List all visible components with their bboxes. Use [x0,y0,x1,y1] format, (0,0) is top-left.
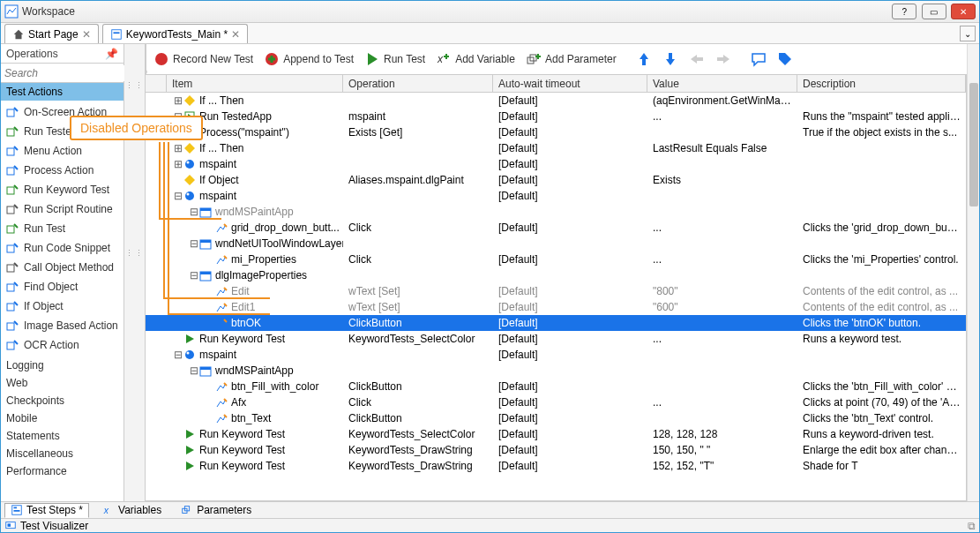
grid-row[interactable]: mi_PropertiesClick[Default]...Clicks the… [146,251,966,267]
comment-button[interactable] [747,47,770,71]
grid-row[interactable]: EditwText [Set][Default]"800"Contents of… [146,283,966,299]
grid-row[interactable]: ⊟mspaint[Default] [146,347,966,363]
category-performance[interactable]: Performance [1,462,123,480]
grid-row[interactable]: btnOKClickButton[Default]Clicks the 'btn… [146,315,966,331]
tab-parameters[interactable]: Parameters [175,503,258,518]
indent-button[interactable] [712,47,735,71]
grid-row[interactable]: btn_Fill_with_colorClickButton[Default]C… [146,379,966,394]
item-cell: Run Keyword Test [167,333,343,345]
panel-grip[interactable]: ⋮⋮⋮⋮ [124,44,146,501]
item-cell: mi_Properties [167,253,343,266]
grid-row[interactable]: btn_TextClickButton[Default]Clicks the '… [146,410,966,426]
move-up-button[interactable] [632,47,655,71]
svg-rect-1 [111,29,121,39]
tree-toggle[interactable]: ⊟ [190,206,198,218]
grid-row[interactable]: ⊞Process("mspaint")Exists [Get][Default]… [146,124,966,140]
close-icon[interactable]: ✕ [82,28,91,41]
operation-item[interactable]: OCR Action [1,335,123,355]
op-label: Run Script Routine [24,203,113,215]
op-label: Run Test [24,222,65,235]
operation-item[interactable]: Run Code Snippet [1,238,123,258]
outdent-button[interactable] [685,47,708,71]
operation-item[interactable]: Image Based Action [1,316,123,335]
tree-toggle[interactable]: ⊟ [174,349,182,361]
category-mobile[interactable]: Mobile [1,409,123,427]
category-test-actions[interactable]: Test Actions [1,83,123,101]
grid-row[interactable]: grid_drop_down_butt...Click[Default]...C… [146,220,966,236]
scrollbar-thumb[interactable] [969,83,978,206]
col-description[interactable]: Description [797,75,966,92]
add-variable-button[interactable]: x Add Variable [432,47,519,71]
vertical-scrollbar[interactable] [967,44,979,501]
operation-item[interactable]: Call Object Method [1,258,123,277]
tab-keywordtests-main[interactable]: KeywordTests_Main * ✕ [102,24,248,43]
tree-toggle[interactable]: ⊞ [174,142,182,154]
operation-item[interactable]: Run Script Routine [1,199,123,219]
operation-item[interactable]: If Object [1,297,123,316]
op-icon [6,300,19,312]
footer-label[interactable]: Test Visualizer [20,520,88,532]
category-logging[interactable]: Logging [1,357,123,374]
record-new-test-button[interactable]: Record New Test [150,47,257,71]
grid-row[interactable]: Edit1wText [Set][Default]"600"Contents o… [146,299,966,315]
row-icon [183,428,196,440]
grid-row[interactable]: Run Keyword TestKeywordTests_SelectColor… [146,426,966,442]
grid-row[interactable]: ⊟wndMSPaintApp [146,204,966,220]
col-autowait[interactable]: Auto-wait timeout [493,75,647,92]
svg-rect-30 [200,240,211,243]
operation-item[interactable]: Find Object [1,277,123,297]
grid-row[interactable]: ⊟wndNetUIToolWindowLayered [146,236,966,251]
col-operation[interactable]: Operation [343,75,493,92]
item-cell: ⊟wndMSPaintApp [167,364,343,377]
maximize-button[interactable]: ▭ [922,4,946,19]
tree-toggle[interactable]: ⊟ [190,269,198,282]
tree-toggle[interactable]: ⊟ [190,364,198,377]
category-checkpoints[interactable]: Checkpoints [1,392,123,409]
tree-toggle[interactable]: ⊟ [174,190,182,202]
close-button[interactable]: ✕ [951,4,976,19]
category-web[interactable]: Web [1,374,123,392]
grid-row[interactable]: ⊞If ... Then[Default](aqEnvironment.GetW… [146,93,966,109]
append-to-test-button[interactable]: Append to Test [260,47,357,71]
operation-item[interactable]: Menu Action [1,141,123,161]
grid-row[interactable]: ⊟wndMSPaintApp [146,363,966,379]
tab-start-page[interactable]: Start Page ✕ [4,24,99,43]
col-item[interactable]: Item [167,75,343,92]
search-input[interactable] [4,65,138,81]
category-statements[interactable]: Statements [1,427,123,445]
grid-row[interactable]: AfxClick[Default]...Clicks at point (70,… [146,394,966,410]
window-title: Workspace [22,5,890,18]
tabs-dropdown[interactable]: ⌄ [960,26,976,41]
operation-item[interactable]: Run Keyword Test [1,180,123,199]
col-value[interactable]: Value [647,75,797,92]
grid-row[interactable]: Run Keyword TestKeywordTests_DrawString[… [146,458,966,474]
pin-icon[interactable]: 📌 [105,48,118,60]
operation-item[interactable]: Run Test [1,219,123,238]
close-icon[interactable]: ✕ [231,28,240,41]
autowait-cell: [Default] [493,428,647,440]
tree-toggle[interactable]: ⊟ [190,237,198,250]
description-cell: Clicks at point (70, 49) of the 'Af... [797,396,966,409]
move-down-button[interactable] [659,47,682,71]
grid-row[interactable]: ⊟mspaint[Default] [146,188,966,204]
tab-variables[interactable]: x Variables [96,503,168,518]
tag-button[interactable] [774,47,797,71]
grid-row[interactable]: Run Keyword TestKeywordTests_SelectColor… [146,331,966,347]
category-miscellaneous[interactable]: Miscellaneous [1,445,123,462]
run-test-button[interactable]: Run Test [361,47,429,71]
grid-row[interactable]: Run Keyword TestKeywordTests_DrawString[… [146,442,966,458]
grid-row[interactable]: ⊞mspaint[Default] [146,156,966,172]
tree-toggle[interactable]: ⊞ [174,94,182,107]
grid-row[interactable]: ⊞If ... Then[Default]LastResult Equals F… [146,140,966,156]
grid-row[interactable]: If ObjectAliases.mspaint.dlgPaint[Defaul… [146,172,966,188]
help-button[interactable]: ? [892,4,916,19]
grid-row[interactable]: ⊟dlgImageProperties [146,267,966,283]
tree-toggle[interactable]: ⊞ [174,158,182,170]
operation-cell: ClickButton [343,380,493,393]
operation-item[interactable]: Process Action [1,161,123,180]
restore-icon[interactable]: ⧉ [968,520,976,532]
add-parameter-button[interactable]: Add Parameter [522,47,620,71]
grid-row[interactable]: ⊟Run TestedAppmspaint[Default]...Runs th… [146,109,966,124]
tab-test-steps[interactable]: Test Steps * [4,503,89,518]
autowait-cell: [Default] [493,349,647,361]
